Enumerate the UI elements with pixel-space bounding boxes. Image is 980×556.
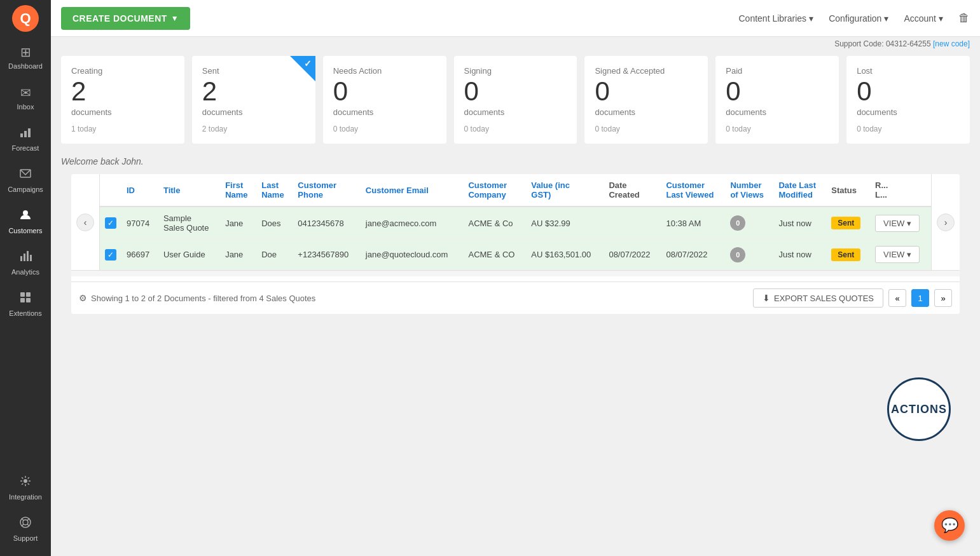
th-customer-company[interactable]: CustomerCompany xyxy=(463,174,526,207)
stat-today: 0 today xyxy=(595,125,698,133)
main-content: CREATE DOCUMENT ▼ Content Libraries ▾ Co… xyxy=(51,0,980,556)
export-button[interactable]: ⬇ EXPORT SALES QUOTES xyxy=(753,288,883,308)
stat-today: 1 today xyxy=(71,125,174,133)
row-checkbox-cell[interactable]: ✓ xyxy=(100,240,121,270)
account-arrow: ▾ xyxy=(939,13,943,24)
cell-title: User Guide xyxy=(158,240,220,270)
checkbox-checked[interactable]: ✓ xyxy=(105,217,116,229)
sidebar-item-customers[interactable]: Customers xyxy=(0,201,51,242)
create-document-button[interactable]: CREATE DOCUMENT ▼ xyxy=(61,7,190,30)
stat-num: 2 xyxy=(71,78,174,105)
svg-point-4 xyxy=(23,210,28,215)
th-first-name[interactable]: FirstName xyxy=(220,174,256,207)
support-bar: Support Code: 04312-64255 [new code] xyxy=(51,37,980,51)
sidebar-item-forecast[interactable]: Forecast xyxy=(0,118,51,159)
th-value[interactable]: Value (incGST) xyxy=(526,174,604,207)
table-container: ACTIONS ‹ ID xyxy=(61,174,970,314)
cell-phone: +1234567890 xyxy=(293,240,361,270)
first-page-button[interactable]: « xyxy=(888,289,906,307)
sidebar-logo[interactable]: Q xyxy=(0,0,51,37)
stat-today: 0 today xyxy=(857,125,960,133)
cell-email: jane@acmeco.com xyxy=(361,207,464,240)
checkbox-checked[interactable]: ✓ xyxy=(105,249,116,261)
table-horizontal-scrollbar[interactable] xyxy=(71,270,960,276)
cell-date-created xyxy=(604,207,661,240)
content-libraries-link[interactable]: Content Libraries ▾ xyxy=(739,13,814,24)
table-nav-left[interactable]: ‹ xyxy=(71,174,100,270)
stat-card-signing[interactable]: Signing 0 documents 0 today xyxy=(454,56,577,144)
th-status[interactable]: Status xyxy=(826,174,870,207)
table-prev-arrow[interactable]: ‹ xyxy=(76,214,94,231)
cell-id: 97074 xyxy=(121,207,158,240)
current-page-button[interactable]: 1 xyxy=(911,289,929,307)
th-customer-email[interactable]: Customer Email xyxy=(361,174,464,207)
th-title[interactable]: Title xyxy=(158,174,220,207)
stat-card-paid[interactable]: Paid 0 documents 0 today xyxy=(715,56,839,144)
support-chat-button[interactable]: 💬 xyxy=(934,510,965,541)
cell-first-name: Jane xyxy=(220,207,256,240)
sidebar-item-dashboard[interactable]: ⊞ Dashboard xyxy=(0,37,51,78)
stat-card-sent[interactable]: Sent 2 documents 2 today xyxy=(192,56,315,144)
svg-line-18 xyxy=(22,524,24,526)
sidebar: Q ⊞ Dashboard ✉ Inbox Forecast Campaigns xyxy=(0,0,51,556)
view-button[interactable]: VIEW ▾ xyxy=(875,215,920,232)
cell-actions[interactable]: VIEW ▾ xyxy=(870,207,931,240)
configuration-link[interactable]: Configuration ▾ xyxy=(829,13,888,24)
new-code-link[interactable]: [new code] xyxy=(933,39,970,48)
svg-point-13 xyxy=(24,479,27,483)
stat-unit: documents xyxy=(464,107,567,117)
sidebar-item-label: Analytics xyxy=(11,268,39,276)
stat-card-lost[interactable]: Lost 0 documents 0 today xyxy=(846,56,970,144)
th-r-l: R...L... xyxy=(870,174,931,207)
extentions-icon xyxy=(19,291,32,307)
stat-card-creating[interactable]: Creating 2 documents 1 today xyxy=(61,56,184,144)
sidebar-item-extentions[interactable]: Extentions xyxy=(0,283,51,325)
table-next-arrow[interactable]: › xyxy=(937,214,955,231)
th-date-last-modified[interactable]: Date LastModified xyxy=(773,174,826,207)
stat-label: Signing xyxy=(464,66,567,76)
th-id[interactable]: ID xyxy=(121,174,158,207)
row-checkbox-cell[interactable]: ✓ xyxy=(100,207,121,240)
gear-icon: ⚙ xyxy=(79,293,87,303)
th-customer-phone[interactable]: CustomerPhone xyxy=(293,174,361,207)
sidebar-item-analytics[interactable]: Analytics xyxy=(0,242,51,283)
topnav-left: CREATE DOCUMENT ▼ xyxy=(61,7,190,30)
sidebar-item-campaigns[interactable]: Campaigns xyxy=(0,159,51,201)
account-link[interactable]: Account ▾ xyxy=(904,13,943,24)
cell-actions[interactable]: VIEW ▾ xyxy=(870,240,931,270)
trash-icon[interactable]: 🗑 xyxy=(958,11,970,25)
stat-unit: documents xyxy=(333,107,436,117)
dashboard-icon: ⊞ xyxy=(20,44,31,60)
th-last-name[interactable]: LastName xyxy=(256,174,293,207)
stat-label: Signed & Accepted xyxy=(595,66,698,76)
sidebar-item-support[interactable]: Support xyxy=(0,508,51,550)
configuration-arrow: ▾ xyxy=(884,13,888,24)
th-customer-last-viewed[interactable]: CustomerLast Viewed xyxy=(661,174,725,207)
stat-card-needs-action[interactable]: Needs Action 0 documents 0 today xyxy=(323,56,446,144)
cell-last-name: Doe xyxy=(256,240,293,270)
svg-rect-12 xyxy=(26,298,31,302)
sidebar-item-label: Customers xyxy=(8,227,42,234)
th-number-of-views[interactable]: Numberof Views xyxy=(725,174,773,207)
th-date-created[interactable]: DateCreated xyxy=(604,174,661,207)
view-button[interactable]: VIEW ▾ xyxy=(875,246,920,263)
stat-unit: documents xyxy=(71,107,174,117)
showing-text: Showing 1 to 2 of 2 Documents - filtered… xyxy=(91,294,315,303)
actions-overlay[interactable]: ACTIONS xyxy=(887,377,951,441)
stat-label: Paid xyxy=(726,66,829,76)
cell-phone: 0412345678 xyxy=(293,207,361,240)
export-icon: ⬇ xyxy=(763,293,770,303)
table-nav-right[interactable]: › xyxy=(931,174,960,270)
sidebar-item-label: Integration xyxy=(9,493,42,501)
sidebar-item-integration[interactable]: Integration xyxy=(0,467,51,508)
cell-status: Sent xyxy=(826,240,870,270)
app-logo[interactable]: Q xyxy=(12,5,39,32)
last-page-button[interactable]: » xyxy=(934,289,952,307)
sidebar-item-label: Extentions xyxy=(9,309,41,317)
topnav-right: Content Libraries ▾ Configuration ▾ Acco… xyxy=(739,11,970,25)
stat-card-signed-accepted[interactable]: Signed & Accepted 0 documents 0 today xyxy=(584,56,708,144)
table-scroll-area: ID Title FirstName LastName CustomerPhon… xyxy=(100,174,931,270)
cell-value: AU $163,501.00 xyxy=(526,240,604,270)
sidebar-item-inbox[interactable]: ✉ Inbox xyxy=(0,78,51,118)
stat-num: 0 xyxy=(726,78,829,105)
